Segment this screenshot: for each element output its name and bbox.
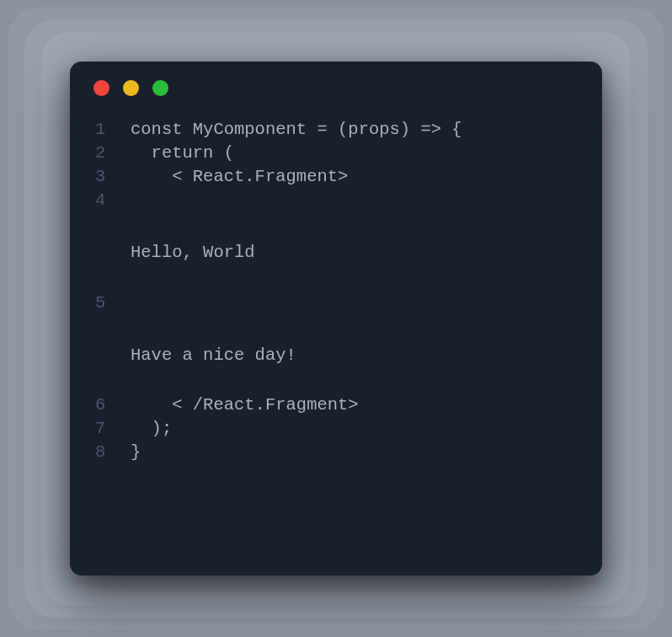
close-icon[interactable] (93, 80, 109, 96)
code-content: const MyComponent = (props) => { (131, 118, 462, 142)
window-backdrop: 1 const MyComponent = (props) => { 2 ret… (0, 0, 672, 637)
code-content: < /React.Fragment> (131, 393, 359, 417)
code-line: 6 < /React.Fragment> (95, 393, 579, 417)
output-block: Have a nice day! (95, 344, 579, 367)
code-line: 2 return ( (95, 142, 579, 165)
line-number: 2 (95, 142, 131, 165)
code-editor[interactable]: 1 const MyComponent = (props) => { 2 ret… (70, 118, 602, 464)
code-line: 1 const MyComponent = (props) => { (95, 118, 579, 142)
code-line: 4 (95, 189, 579, 212)
line-number: 6 (95, 393, 131, 417)
code-line: 5 (95, 292, 579, 315)
code-content: return ( (131, 142, 234, 165)
line-number: 7 (95, 417, 131, 441)
code-window: 1 const MyComponent = (props) => { 2 ret… (70, 62, 602, 575)
line-number: 1 (95, 118, 131, 142)
window-controls (70, 80, 602, 96)
code-content: } (131, 441, 141, 464)
code-line: 8 } (95, 441, 579, 464)
code-line: 7 ); (95, 417, 579, 441)
code-content: ); (131, 417, 172, 441)
line-number: 8 (95, 441, 131, 464)
output-text: Hello, World (95, 241, 579, 265)
code-line: 3 < React.Fragment> (95, 165, 579, 189)
line-number: 5 (95, 292, 131, 315)
output-block: Hello, World (95, 241, 579, 265)
line-number: 3 (95, 165, 131, 189)
maximize-icon[interactable] (152, 80, 168, 96)
code-content: < React.Fragment> (131, 165, 348, 189)
minimize-icon[interactable] (123, 80, 139, 96)
output-text: Have a nice day! (95, 344, 579, 367)
line-number: 4 (95, 189, 131, 212)
